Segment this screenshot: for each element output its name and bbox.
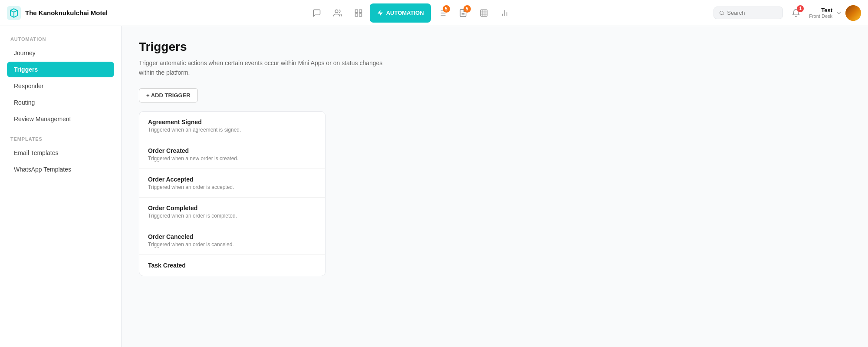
sidebar-item-triggers[interactable]: Triggers — [7, 62, 114, 77]
notifications-badge: 1 — [797, 5, 804, 12]
nav-list2-badge: 5 — [464, 5, 471, 13]
trigger-description: Triggered when an order is completed. — [148, 213, 316, 219]
sidebar-item-review-management-label: Review Management — [14, 116, 71, 122]
sidebar-item-email-templates[interactable]: Email Templates — [7, 145, 114, 161]
trigger-name: Task Created — [148, 262, 316, 269]
search-icon — [719, 10, 724, 16]
trigger-description: Triggered when an agreement is signed. — [148, 127, 316, 133]
trigger-name: Order Accepted — [148, 176, 316, 183]
brand-logo-icon — [7, 6, 21, 20]
sidebar: AUTOMATION Journey Triggers Responder Ro… — [0, 26, 122, 347]
svg-rect-5 — [359, 13, 362, 16]
brand-name: The Kanoknukulchai Motel — [25, 9, 108, 17]
page-description: Trigger automatic actions when certain e… — [139, 58, 399, 78]
search-box[interactable] — [713, 7, 783, 19]
svg-point-1 — [335, 10, 338, 13]
trigger-list-item[interactable]: Order CompletedTriggered when an order i… — [139, 198, 325, 226]
triggers-list: Agreement SignedTriggered when an agreem… — [139, 111, 326, 276]
automation-label: AUTOMATION — [386, 10, 424, 16]
nav-contacts-button[interactable] — [328, 3, 347, 23]
trigger-description: Triggered when an order is accepted. — [148, 184, 316, 190]
user-role: Front Desk — [809, 13, 832, 19]
page-layout: AUTOMATION Journey Triggers Responder Ro… — [0, 26, 868, 347]
page-title: Triggers — [139, 40, 851, 54]
trigger-list-item[interactable]: Order CreatedTriggered when a new order … — [139, 140, 325, 169]
nav-list2-button[interactable]: 5 — [454, 3, 473, 23]
user-info: Test Front Desk — [809, 7, 832, 19]
trigger-description: Triggered when an order is canceled. — [148, 241, 316, 248]
sidebar-item-routing[interactable]: Routing — [7, 95, 114, 110]
sidebar-item-triggers-label: Triggers — [14, 66, 38, 73]
nav-list1-badge: 5 — [443, 5, 450, 13]
trigger-list-item[interactable]: Task Created — [139, 255, 325, 276]
add-trigger-label: + ADD TRIGGER — [146, 92, 191, 99]
svg-line-23 — [723, 14, 724, 15]
nav-chat-button[interactable] — [307, 3, 326, 23]
sidebar-item-responder[interactable]: Responder — [7, 78, 114, 94]
main-content: Triggers Trigger automatic actions when … — [122, 26, 868, 347]
chevron-down-icon — [836, 10, 842, 16]
trigger-name: Order Created — [148, 147, 316, 154]
trigger-list-item[interactable]: Agreement SignedTriggered when an agreem… — [139, 112, 325, 140]
notifications-button[interactable]: 1 — [788, 5, 804, 21]
sidebar-item-email-templates-label: Email Templates — [14, 149, 58, 156]
sidebar-item-journey-label: Journey — [14, 50, 36, 56]
nav-apps-button[interactable] — [349, 3, 368, 23]
trigger-list-item[interactable]: Order AcceptedTriggered when an order is… — [139, 169, 325, 198]
svg-rect-14 — [480, 10, 487, 16]
nav-right-area: 1 Test Front Desk — [713, 5, 861, 21]
add-trigger-button[interactable]: + ADD TRIGGER — [139, 88, 198, 102]
nav-list1-button[interactable]: 5 — [433, 3, 452, 23]
trigger-description: Triggered when a new order is created. — [148, 155, 316, 162]
svg-rect-2 — [355, 10, 358, 12]
nav-analytics-button[interactable] — [495, 3, 514, 23]
nav-automation-button[interactable]: AUTOMATION — [370, 3, 431, 23]
user-name: Test — [809, 7, 832, 13]
sidebar-item-whatsapp-templates[interactable]: WhatsApp Templates — [7, 162, 114, 177]
svg-point-22 — [720, 11, 723, 14]
top-navigation: The Kanoknukulchai Motel — [0, 0, 868, 26]
search-input[interactable] — [727, 10, 777, 16]
sidebar-spacer — [7, 128, 114, 136]
trigger-name: Agreement Signed — [148, 119, 316, 126]
sidebar-section-templates: TEMPLATES — [7, 136, 114, 142]
brand-area: The Kanoknukulchai Motel — [7, 6, 108, 20]
nav-icons-area: AUTOMATION 5 5 — [111, 3, 710, 23]
user-menu[interactable]: Test Front Desk — [809, 5, 861, 21]
svg-rect-3 — [359, 10, 362, 12]
sidebar-section-automation: AUTOMATION — [7, 36, 114, 42]
sidebar-item-routing-label: Routing — [14, 99, 35, 106]
sidebar-item-responder-label: Responder — [14, 83, 44, 89]
trigger-list-item[interactable]: Order CanceledTriggered when an order is… — [139, 226, 325, 255]
trigger-name: Order Canceled — [148, 233, 316, 240]
nav-table-button[interactable] — [474, 3, 493, 23]
svg-rect-4 — [355, 13, 358, 16]
sidebar-item-whatsapp-templates-label: WhatsApp Templates — [14, 166, 71, 173]
avatar — [845, 5, 861, 21]
sidebar-item-journey[interactable]: Journey — [7, 45, 114, 61]
trigger-name: Order Completed — [148, 205, 316, 212]
sidebar-item-review-management[interactable]: Review Management — [7, 111, 114, 127]
